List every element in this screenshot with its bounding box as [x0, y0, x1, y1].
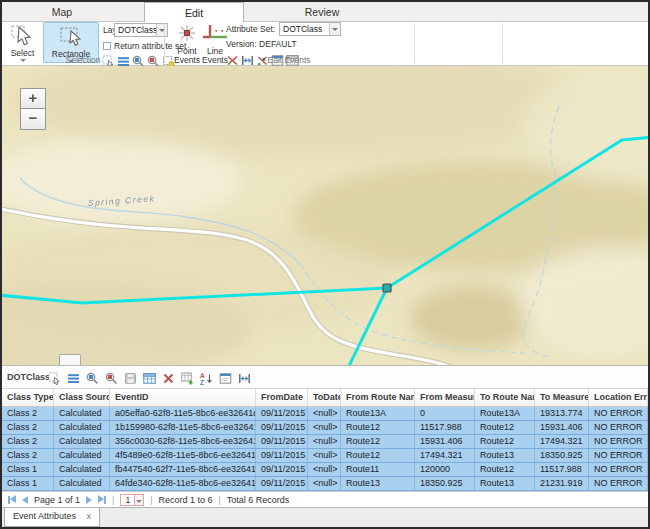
- table-cell: Route12: [475, 435, 535, 448]
- attribute-set-dropdown-value: DOTClass: [283, 24, 322, 35]
- table-cell: <null>: [308, 407, 341, 420]
- table-cell: 15931.406: [535, 421, 589, 434]
- pan-selected-icon[interactable]: [105, 371, 118, 384]
- table-cell: Class 1: [2, 463, 54, 476]
- attribute-set-dropdown[interactable]: DOTClass: [279, 22, 341, 36]
- table-cell: 21231.919: [535, 477, 589, 490]
- table-cell: Calculated: [54, 477, 110, 490]
- zoom-in-button[interactable]: +: [20, 88, 46, 109]
- table-row[interactable]: Class 1Calculatedfb447540-62f7-11e5-8bc6…: [2, 463, 648, 477]
- zoom-out-button[interactable]: −: [20, 109, 46, 130]
- select-features-icon[interactable]: [48, 371, 61, 384]
- column-header[interactable]: Class Source: [54, 389, 110, 406]
- table-blue-icon[interactable]: [143, 371, 156, 384]
- tab-review[interactable]: Review: [274, 2, 370, 22]
- route-junction-marker[interactable]: [383, 284, 391, 292]
- previous-page-button[interactable]: [22, 496, 28, 504]
- table-cell: 0: [415, 407, 475, 420]
- table-cell: Class 2: [2, 421, 54, 434]
- ribbon-separator: [414, 23, 415, 63]
- table-cell: Calculated: [54, 407, 110, 420]
- column-header[interactable]: From Route Name: [341, 389, 415, 406]
- column-header[interactable]: ToDate: [308, 389, 341, 406]
- tab-event-attributes[interactable]: Event Attributes x: [4, 508, 100, 527]
- pager-separator: |: [219, 495, 221, 505]
- save-icon[interactable]: [124, 371, 137, 384]
- table-cell: Calculated: [54, 435, 110, 448]
- column-header[interactable]: Location Error: [589, 389, 648, 406]
- page-combo-caret-icon[interactable]: [134, 495, 143, 505]
- column-header[interactable]: Class Type: [2, 389, 54, 406]
- event-editor-window: Map Edit Review Select Rectangle Layer: …: [0, 0, 650, 529]
- map-canvas[interactable]: Spring Creek + −: [2, 66, 648, 365]
- table-cell: 1b159980-62f8-11e5-8bc6-ee32641d5ec9: [110, 421, 256, 434]
- version-label: Version: DEFAULT: [226, 39, 297, 49]
- table-cell: NO ERROR: [589, 477, 648, 490]
- table-cell: NO ERROR: [589, 421, 648, 434]
- table-body: Class 2Calculateda05effa0-62f8-11e5-8bc6…: [2, 407, 648, 491]
- list-icon[interactable]: [67, 371, 80, 384]
- next-page-button[interactable]: [86, 496, 92, 504]
- panel-collapse-button[interactable]: [59, 354, 81, 365]
- return-attribute-set-checkbox[interactable]: [103, 42, 111, 50]
- table-cell: 09/11/2015: [256, 407, 308, 420]
- line-events-icon: [201, 23, 229, 45]
- table-row[interactable]: Class 2Calculated1b159980-62f8-11e5-8bc6…: [2, 421, 648, 435]
- delete-event-icon[interactable]: [162, 371, 175, 384]
- form-icon[interactable]: [219, 371, 232, 384]
- layer-dropdown-caret-icon[interactable]: [156, 24, 167, 36]
- total-records-text: Total 6 Records: [227, 495, 290, 505]
- measure-range-icon[interactable]: [238, 371, 251, 384]
- close-icon[interactable]: x: [87, 511, 92, 521]
- table-cell: Class 2: [2, 449, 54, 462]
- table-cell: 09/11/2015: [256, 435, 308, 448]
- page-number-combo[interactable]: 1: [120, 494, 144, 506]
- table-cell: 09/11/2015: [256, 421, 308, 434]
- layer-dropdown[interactable]: DOTClass: [114, 23, 168, 37]
- table-cell: <null>: [308, 477, 341, 490]
- ribbon: Select Rectangle Layer: DOTClass Return …: [2, 22, 648, 66]
- basemap: Spring Creek: [2, 66, 648, 365]
- table-cell: 17494.321: [415, 449, 475, 462]
- table-row[interactable]: Class 2Calculated4f5489e0-62f8-11e5-8bc6…: [2, 449, 648, 463]
- table-cell: <null>: [308, 463, 341, 476]
- sort-az-icon[interactable]: AZ: [200, 371, 213, 384]
- table-row[interactable]: Class 2Calculated356c0030-62f8-11e5-8bc6…: [2, 435, 648, 449]
- table-add-icon[interactable]: [181, 371, 194, 384]
- rectangle-select-icon: [58, 25, 84, 47]
- column-header[interactable]: EventID: [110, 389, 256, 406]
- attribute-table: Class TypeClass SourceEventIDFromDateToD…: [2, 389, 648, 491]
- table-cell: 09/11/2015: [256, 477, 308, 490]
- last-page-button[interactable]: [98, 495, 106, 505]
- attribute-set-dropdown-caret-icon[interactable]: [329, 23, 340, 35]
- table-cell: Route12: [475, 463, 535, 476]
- tab-map[interactable]: Map: [16, 2, 108, 22]
- table-cell: 19313.774: [535, 407, 589, 420]
- column-header[interactable]: To Measure: [535, 389, 589, 406]
- pager-separator: |: [150, 495, 152, 505]
- column-header[interactable]: To Route Name: [475, 389, 535, 406]
- tab-event-attributes-label: Event Attributes: [13, 511, 76, 521]
- ribbon-tabbar: Map Edit Review: [2, 2, 648, 22]
- table-cell: 18350.925: [535, 449, 589, 462]
- table-cell: Route12: [341, 435, 415, 448]
- table-row[interactable]: Class 1Calculated64fde340-62f8-11e5-8bc6…: [2, 477, 648, 491]
- selection-group-label: Selection: [2, 55, 164, 65]
- table-cell: 64fde340-62f8-11e5-8bc6-ee32641d5ec9: [110, 477, 256, 490]
- column-header[interactable]: FromDate: [256, 389, 308, 406]
- table-cell: <null>: [308, 449, 341, 462]
- zoom-selected-icon[interactable]: [86, 371, 99, 384]
- first-page-button[interactable]: [8, 495, 16, 505]
- table-row[interactable]: Class 2Calculateda05effa0-62f8-11e5-8bc6…: [2, 407, 648, 421]
- tab-edit[interactable]: Edit: [144, 2, 244, 23]
- table-cell: Route13A: [475, 407, 535, 420]
- page-number-value: 1: [121, 495, 134, 505]
- table-cell: 120000: [415, 463, 475, 476]
- table-cell: Route13: [475, 477, 535, 490]
- bottom-tabbar: Event Attributes x: [2, 507, 648, 527]
- table-cell: 11517.988: [415, 421, 475, 434]
- attribute-set-label: Attribute Set:: [226, 24, 275, 34]
- table-cell: 15931.406: [415, 435, 475, 448]
- column-header[interactable]: From Measure: [415, 389, 475, 406]
- table-cell: NO ERROR: [589, 407, 648, 420]
